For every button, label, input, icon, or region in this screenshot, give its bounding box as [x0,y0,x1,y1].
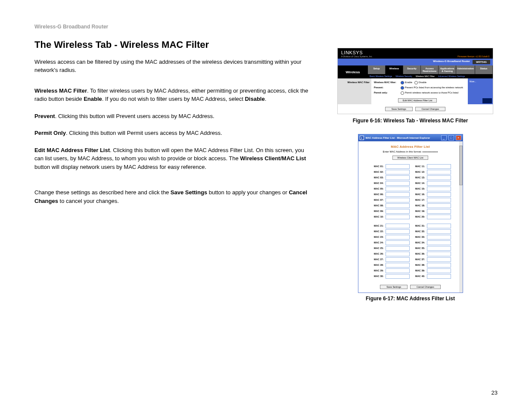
mac-input[interactable] [386,192,410,197]
scrollbar[interactable] [459,141,463,293]
mac-input[interactable] [427,192,451,197]
mac-label: MAC 11: [411,164,425,169]
radio-permit[interactable] [401,91,404,95]
para-permit: Permit Only. Clicking this button will P… [34,129,310,137]
mac-input[interactable] [386,198,410,202]
mac-input[interactable] [386,209,410,214]
tab-admin[interactable]: Administration [456,65,475,74]
mac-label: MAC 23: [370,235,384,240]
mac-label: MAC 06: [370,192,384,197]
mac-input[interactable] [386,164,410,169]
mac-input[interactable] [427,263,451,268]
product-name: Wireless-G Broadband Router [433,60,470,64]
mac-label: MAC 12: [411,170,425,174]
mac-label: MAC 34: [411,240,425,245]
maclist-heading: MAC Address Filter List [363,145,458,149]
firmware-label: Firmware Version: v1.00.0 draft 0 [457,55,489,58]
section-label: Wireless [338,65,368,78]
para-filter: Wireless MAC Filter. To filter wireless … [34,87,310,103]
mac-label: MAC 10: [370,215,384,219]
mac-input[interactable] [427,175,451,180]
tab-setup[interactable]: Setup [368,65,386,74]
mac-input[interactable] [427,229,451,234]
radio-prevent[interactable] [401,86,404,90]
mac-input[interactable] [386,175,410,180]
mac-label: MAC 40: [411,274,425,279]
tab-wireless[interactable]: Wireless [386,65,403,74]
mac-input[interactable] [427,257,451,262]
tab-status[interactable]: Status [475,65,493,74]
right-column: LINKSYS A Division of Cisco Systems, Inc… [323,39,498,312]
radio-disable[interactable] [414,81,418,84]
mac-input[interactable] [386,170,410,174]
mac-input[interactable] [427,215,451,219]
mac-input[interactable] [427,198,451,202]
linksys-logo: LINKSYS [341,50,373,55]
mac-label: MAC 26: [370,252,384,256]
minimize-icon[interactable]: _ [441,135,447,140]
mac-label: MAC 31: [411,224,425,228]
mac-input[interactable] [427,274,451,279]
wireless-client-list-button[interactable]: Wireless Client MAC List [392,156,428,160]
mac-label: MAC 36: [411,252,425,256]
mac-input[interactable] [386,257,410,262]
mac-input[interactable] [427,240,451,245]
mac-input[interactable] [427,170,451,174]
mac-input[interactable] [386,274,410,279]
figure-router-admin: LINKSYS A Division of Cisco Systems, Inc… [337,48,493,114]
mac-label: MAC 16: [411,192,425,197]
close-icon[interactable]: × [456,135,461,140]
maximize-icon[interactable]: □ [448,135,454,140]
subtab-macfilter[interactable]: Wireless MAC Filter [416,75,435,78]
mac-label: MAC 17: [411,198,425,202]
mac-input[interactable] [427,268,451,273]
tab-apps[interactable]: Applications & Gaming [439,65,456,74]
subtab-security[interactable]: Wireless Security [395,75,412,78]
figure-mac-list-window: e MAC Address Filter List - Microsoft In… [358,134,463,293]
maclist-cancel-button[interactable]: Cancel Changes [410,285,441,289]
mac-input[interactable] [386,268,410,273]
mac-input[interactable] [427,209,451,214]
mac-input[interactable] [427,224,451,228]
label-prevent: Prevent: [374,86,398,89]
label-permit: Permit only: [374,91,398,94]
mac-input[interactable] [386,229,410,234]
mac-input[interactable] [386,181,410,186]
mac-label: MAC 24: [370,240,384,245]
mac-input[interactable] [386,246,410,251]
mac-input[interactable] [427,252,451,256]
subtab-basic[interactable]: Basic Wireless Settings [370,75,392,78]
mac-input[interactable] [427,164,451,169]
mac-input[interactable] [386,224,410,228]
mac-input[interactable] [386,235,410,240]
mac-label: MAC 03: [370,175,384,180]
mac-input[interactable] [386,187,410,191]
edit-mac-list-button[interactable]: Edit MAC Address Filter List [398,98,437,103]
mac-label: MAC 19: [411,209,425,214]
bold-filter: Wireless MAC Filter [34,87,87,94]
tab-security[interactable]: Security [403,65,421,74]
mac-input[interactable] [386,263,410,268]
mac-input[interactable] [386,215,410,219]
cancel-changes-button[interactable]: Cancel Changes [415,107,446,111]
scrollbar-thumb[interactable] [459,146,463,185]
mac-input[interactable] [427,235,451,240]
mac-input[interactable] [427,203,451,208]
tab-access[interactable]: Access Restrictions [421,65,439,74]
mac-input[interactable] [427,246,451,251]
mac-input[interactable] [427,181,451,186]
logo-subtitle: A Division of Cisco Systems, Inc. [341,55,373,58]
mac-label: MAC 22: [370,229,384,234]
mac-input[interactable] [427,187,451,191]
subtab-advanced[interactable]: Advanced Wireless Settings [438,75,465,78]
mac-grid-1: MAC 01:MAC 11:MAC 02:MAC 12:MAC 03:MAC 1… [363,164,458,219]
mac-input[interactable] [386,252,410,256]
mac-input[interactable] [386,203,410,208]
radio-enable[interactable] [401,81,404,84]
save-settings-button[interactable]: Save Settings [385,107,413,111]
intro-text: Wireless access can be filtered by using… [34,58,310,75]
maclist-save-button[interactable]: Save Settings [380,285,408,289]
mac-input[interactable] [386,240,410,245]
more-link[interactable]: More... [470,80,476,83]
mac-label: MAC 32: [411,229,425,234]
